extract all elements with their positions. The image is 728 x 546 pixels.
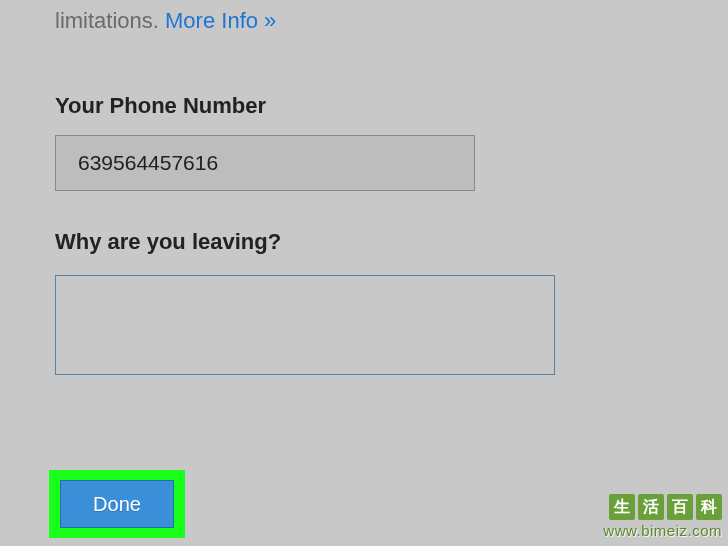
done-button-label: Done [93,493,141,516]
more-info-link[interactable]: More Info » [165,8,276,33]
watermark-char: 生 [609,494,635,520]
intro-fragment: limitations. [55,8,165,33]
phone-number-label: Your Phone Number [55,93,673,119]
watermark-url: www.bimeiz.com [603,522,722,540]
done-button[interactable]: Done [60,480,174,528]
watermark-char: 科 [696,494,722,520]
leaving-reason-label: Why are you leaving? [55,229,673,255]
done-highlight-box: Done [49,470,185,538]
watermark-logo: 生 活 百 科 [603,494,722,520]
phone-number-input[interactable] [55,135,475,191]
leaving-reason-textarea[interactable] [55,275,555,375]
watermark-char: 百 [667,494,693,520]
intro-text: limitations. More Info » [55,4,673,37]
watermark-char: 活 [638,494,664,520]
watermark: 生 活 百 科 www.bimeiz.com [603,494,722,540]
